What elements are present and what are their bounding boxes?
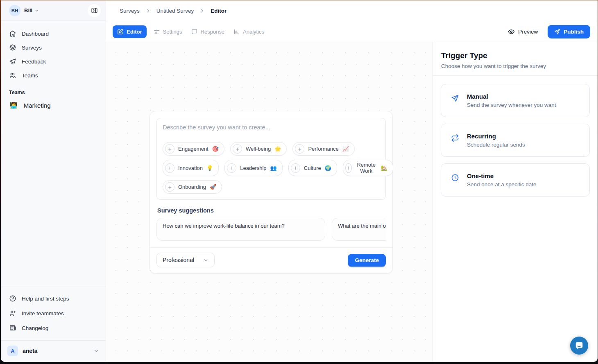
trigger-option-recurring[interactable]: Recurring Schedule regular sends	[441, 124, 590, 157]
trigger-option-one-time[interactable]: One-time Send once at a specific date	[441, 163, 590, 197]
option-title: Recurring	[467, 133, 525, 140]
collapse-sidebar-button[interactable]	[88, 4, 101, 17]
topic-chip-engagement[interactable]: + Engagement 🎯	[163, 142, 224, 156]
teams-section-label: Teams	[1, 84, 106, 97]
account-name: aneta	[23, 348, 38, 354]
option-description: Send the survey whenever you want	[467, 102, 556, 108]
option-description: Schedule regular sends	[467, 142, 525, 148]
topic-emoji: 🌍	[325, 165, 331, 171]
plus-icon: +	[227, 163, 236, 173]
sidebar-team-marketing[interactable]: 🧑‍💻 Marketing	[6, 97, 101, 113]
topic-chip-well-being[interactable]: + Well-being 🌟	[230, 142, 287, 156]
plus-icon: +	[233, 144, 242, 154]
tab-label: Settings	[163, 29, 182, 35]
tab-label: Response	[201, 29, 225, 35]
suggestions-row: How can we improve work-life balance in …	[156, 218, 386, 241]
survey-canvas[interactable]: Describe the survey you want to create..…	[106, 42, 433, 362]
sidebar-item-label: Surveys	[22, 45, 42, 51]
sidebar-nav: Dashboard Surveys Feedback Teams	[1, 21, 106, 84]
tab-editor[interactable]: Editor	[113, 25, 147, 38]
topic-emoji: 👥	[270, 165, 277, 171]
editor-content: Describe the survey you want to create..…	[106, 42, 598, 362]
panel-subtitle: Choose how you want to trigger the surve…	[441, 63, 589, 69]
topic-chip-culture[interactable]: + Culture 🌍	[288, 160, 337, 176]
send-icon	[451, 94, 459, 102]
sidebar-item-help[interactable]: Help and first steps	[6, 291, 101, 306]
suggestion-card[interactable]: How can we improve work-life balance in …	[156, 218, 325, 241]
tab-label: Analytics	[243, 29, 264, 35]
sidebar-item-feedback[interactable]: Feedback	[6, 54, 101, 68]
sidebar-footer-nav: Help and first steps Invite teammates Ch…	[1, 287, 106, 337]
sidebar-item-label: Feedback	[22, 59, 46, 65]
sidebar-item-teams[interactable]: Teams	[6, 68, 101, 82]
plus-icon: +	[345, 163, 352, 173]
composer-footer: Professional Generate	[150, 247, 392, 273]
sidebar-item-invite[interactable]: Invite teammates	[6, 306, 101, 321]
messenger-icon	[575, 341, 584, 350]
tab-analytics[interactable]: Analytics	[229, 25, 269, 38]
editor-toolbar: Editor Settings Response Analytics	[106, 21, 598, 42]
workspace-avatar: BH	[9, 5, 20, 16]
users-icon	[9, 72, 16, 79]
layers-icon	[9, 44, 16, 51]
tab-response[interactable]: Response	[187, 25, 229, 38]
topic-emoji: 🌟	[274, 146, 281, 152]
topic-emoji: 🚀	[210, 184, 216, 190]
suggestions-heading: Survey suggestions	[157, 207, 385, 214]
tab-label: Editor	[127, 29, 142, 35]
account-switcher[interactable]: A aneta	[1, 340, 106, 362]
send-icon	[554, 29, 560, 35]
sidebar-item-surveys[interactable]: Surveys	[6, 41, 101, 54]
clock-icon	[451, 174, 459, 182]
sidebar-item-dashboard[interactable]: Dashboard	[6, 27, 101, 41]
plus-icon: +	[295, 144, 304, 154]
tone-select[interactable]: Professional	[156, 253, 215, 267]
tab-settings[interactable]: Settings	[149, 25, 187, 38]
tone-value: Professional	[163, 257, 194, 263]
sidebar-item-label: Invite teammates	[22, 310, 64, 317]
topic-chip-leadership[interactable]: + Leadership 👥	[224, 160, 283, 176]
survey-prompt-input[interactable]: Describe the survey you want to create..…	[156, 118, 386, 200]
topic-emoji: 📈	[342, 146, 349, 152]
plus-icon: +	[165, 144, 174, 154]
topic-chip-innovation[interactable]: + Innovation 💡	[163, 160, 219, 176]
breadcrumb: Surveys Untitled Survey Editor	[106, 0, 598, 21]
breadcrumb-untitled-survey[interactable]: Untitled Survey	[156, 8, 194, 14]
generate-button[interactable]: Generate	[348, 254, 386, 267]
help-circle-icon	[9, 295, 16, 302]
chevron-down-icon	[93, 348, 99, 354]
sidebar: BH Bill Dashboard Surv	[1, 0, 106, 362]
chevron-down-icon	[203, 258, 208, 263]
sliders-icon	[154, 29, 160, 35]
suggestion-card[interactable]: What are the main ob	[332, 218, 386, 241]
sidebar-item-label: Teams	[22, 72, 38, 79]
plus-icon: +	[165, 182, 174, 192]
topic-chip-performance[interactable]: + Performance 📈	[292, 142, 355, 156]
chevron-right-icon	[199, 8, 205, 14]
app-window: BH Bill Dashboard Surv	[1, 0, 598, 362]
prompt-placeholder: Describe the survey you want to create..…	[163, 124, 380, 131]
breadcrumb-surveys[interactable]: Surveys	[120, 8, 140, 14]
chat-launcher-button[interactable]	[570, 337, 588, 355]
preview-label: Preview	[518, 29, 538, 35]
pencil-square-icon	[117, 29, 123, 35]
team-emoji: 🧑‍💻	[10, 102, 18, 109]
sidebar-item-label: Help and first steps	[22, 296, 69, 302]
sidebar-item-label: Dashboard	[22, 31, 49, 37]
topic-emoji: 🏡	[381, 165, 387, 171]
plus-icon: +	[165, 163, 174, 173]
topic-chip-remote-work[interactable]: + Remote Work 🏡	[343, 160, 393, 176]
preview-button[interactable]: Preview	[505, 26, 541, 38]
eye-icon	[508, 28, 515, 35]
newspaper-icon	[9, 324, 16, 332]
workspace-name: Bill	[24, 7, 32, 14]
topic-chip-onboarding[interactable]: + Onboarding 🚀	[163, 180, 222, 194]
topic-emoji: 💡	[206, 165, 213, 171]
ai-composer-card: Describe the survey you want to create..…	[150, 111, 393, 274]
workspace-switcher[interactable]: BH Bill	[1, 0, 106, 21]
trigger-option-manual[interactable]: Manual Send the survey whenever you want	[441, 84, 590, 117]
sidebar-item-changelog[interactable]: Changelog	[6, 321, 101, 335]
trigger-type-panel: Trigger Type Choose how you want to trig…	[433, 42, 598, 362]
publish-button[interactable]: Publish	[548, 25, 590, 38]
sidebar-item-label: Changelog	[22, 325, 48, 331]
